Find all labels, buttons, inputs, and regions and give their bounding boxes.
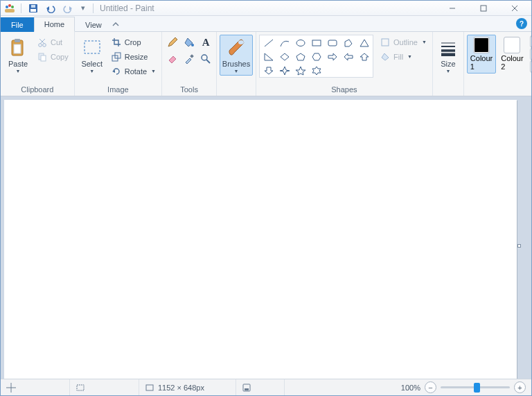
shape-pentagon[interactable] bbox=[292, 50, 308, 64]
svg-point-3 bbox=[11, 6, 14, 8]
pencil-tool[interactable] bbox=[165, 35, 180, 50]
shape-star5[interactable] bbox=[292, 64, 308, 78]
chevron-down-icon: ▼ bbox=[407, 55, 412, 59]
help-icon[interactable]: ? bbox=[516, 18, 527, 29]
shape-curve[interactable] bbox=[276, 36, 292, 50]
copy-icon bbox=[37, 51, 48, 62]
fill-icon bbox=[380, 51, 391, 62]
svg-marker-39 bbox=[296, 53, 305, 60]
svg-rect-59 bbox=[245, 388, 249, 390]
status-selection-size bbox=[70, 379, 139, 395]
shape-triangle[interactable] bbox=[356, 36, 372, 50]
svg-marker-38 bbox=[281, 53, 289, 60]
zoom-slider[interactable] bbox=[441, 386, 510, 388]
title-bar: ▾ Untitled - Paint bbox=[1, 1, 531, 16]
status-file-size bbox=[236, 379, 285, 395]
zoom-slider-thumb[interactable] bbox=[474, 383, 480, 393]
magnifier-tool[interactable] bbox=[198, 51, 213, 67]
qat-customize-icon[interactable]: ▾ bbox=[80, 3, 87, 14]
svg-rect-0 bbox=[5, 9, 15, 12]
shape-line[interactable] bbox=[260, 36, 276, 50]
group-brushes: Brushes ▼ bbox=[217, 32, 256, 96]
picker-tool[interactable] bbox=[181, 51, 197, 67]
shape-oval[interactable] bbox=[292, 36, 308, 50]
status-cursor-pos bbox=[1, 379, 70, 395]
size-icon bbox=[439, 37, 457, 59]
svg-marker-44 bbox=[265, 67, 273, 74]
shape-rtriangle[interactable] bbox=[260, 50, 276, 64]
shape-star4[interactable] bbox=[276, 64, 292, 78]
shape-arrow-r[interactable] bbox=[324, 50, 340, 64]
shape-rect[interactable] bbox=[308, 36, 324, 50]
tab-file[interactable]: File bbox=[1, 17, 34, 32]
status-canvas-size: 1152 × 648px bbox=[139, 379, 236, 395]
selection-icon bbox=[76, 383, 85, 393]
svg-rect-33 bbox=[312, 40, 321, 46]
group-tools: A Tools bbox=[162, 32, 217, 96]
close-button[interactable] bbox=[499, 1, 530, 15]
svg-point-26 bbox=[191, 44, 194, 46]
zoom-in-button[interactable]: + bbox=[514, 381, 526, 393]
shape-arrow-u[interactable] bbox=[356, 50, 372, 64]
shape-diamond[interactable] bbox=[276, 50, 292, 64]
status-bar: 1152 × 648px 100% − + bbox=[1, 379, 531, 395]
eraser-tool[interactable] bbox=[165, 51, 180, 67]
window-controls bbox=[436, 1, 530, 15]
work-area[interactable] bbox=[1, 96, 531, 379]
size-button[interactable]: Size ▼ bbox=[436, 35, 461, 76]
shapes-gallery[interactable] bbox=[259, 35, 373, 78]
disk-icon bbox=[242, 383, 251, 393]
minimize-button[interactable] bbox=[436, 1, 468, 15]
svg-rect-6 bbox=[31, 5, 35, 8]
colour2-button[interactable]: Colour 2 bbox=[497, 35, 526, 74]
svg-rect-27 bbox=[190, 54, 194, 58]
svg-rect-56 bbox=[77, 385, 84, 390]
shape-roundrect[interactable] bbox=[324, 36, 340, 50]
shape-hexagon[interactable] bbox=[308, 50, 324, 64]
tab-view[interactable]: View bbox=[75, 17, 112, 32]
svg-marker-46 bbox=[296, 67, 305, 75]
ribbon-tabs: File Home View ? bbox=[1, 16, 531, 32]
colour1-button[interactable]: Colour 1 bbox=[467, 35, 496, 74]
svg-rect-14 bbox=[15, 39, 20, 42]
crop-button[interactable]: Crop bbox=[108, 35, 159, 49]
rotate-icon bbox=[111, 66, 122, 77]
select-icon bbox=[82, 37, 102, 59]
save-icon[interactable] bbox=[28, 3, 39, 14]
paste-icon bbox=[8, 37, 28, 59]
chevron-down-icon: ▼ bbox=[234, 69, 239, 74]
rotate-button[interactable]: Rotate ▼ bbox=[108, 64, 159, 78]
fill-tool[interactable] bbox=[181, 35, 197, 50]
canvas[interactable] bbox=[4, 100, 517, 379]
resize-button[interactable]: Resize bbox=[108, 50, 159, 64]
shape-arrow-l[interactable] bbox=[340, 50, 356, 64]
copy-button[interactable]: Copy bbox=[34, 50, 71, 64]
zoom-out-button[interactable]: − bbox=[425, 381, 436, 393]
group-shapes: Outline ▼ Fill ▼ Shapes bbox=[256, 32, 433, 96]
svg-marker-45 bbox=[280, 67, 290, 75]
brushes-button[interactable]: Brushes ▼ bbox=[220, 35, 253, 76]
zoom-level: 100% bbox=[401, 384, 420, 392]
svg-rect-10 bbox=[481, 6, 486, 11]
tab-home[interactable]: Home bbox=[34, 17, 75, 32]
shape-polygon[interactable] bbox=[340, 36, 356, 50]
maximize-button[interactable] bbox=[468, 1, 499, 15]
shape-star6[interactable] bbox=[308, 64, 324, 78]
ribbon: Paste ▼ Cut Copy Clipboard bbox=[1, 32, 531, 96]
ribbon-collapse-icon[interactable] bbox=[112, 21, 119, 28]
chevron-down-icon: ▼ bbox=[422, 40, 427, 44]
text-tool[interactable]: A bbox=[198, 35, 213, 50]
outline-icon bbox=[380, 37, 391, 48]
shape-fill-button[interactable]: Fill ▼ bbox=[377, 50, 429, 64]
paste-button[interactable]: Paste ▼ bbox=[3, 35, 33, 76]
resize-icon bbox=[111, 51, 122, 62]
redo-icon[interactable] bbox=[62, 3, 73, 14]
select-button[interactable]: Select ▼ bbox=[78, 35, 107, 76]
shape-arrow-d[interactable] bbox=[260, 64, 276, 78]
resize-handle-e[interactable] bbox=[517, 244, 521, 248]
cut-button[interactable]: Cut bbox=[34, 35, 71, 49]
svg-marker-36 bbox=[360, 40, 369, 46]
cut-icon bbox=[37, 37, 48, 48]
shape-outline-button[interactable]: Outline ▼ bbox=[377, 35, 429, 49]
undo-icon[interactable] bbox=[45, 3, 56, 14]
